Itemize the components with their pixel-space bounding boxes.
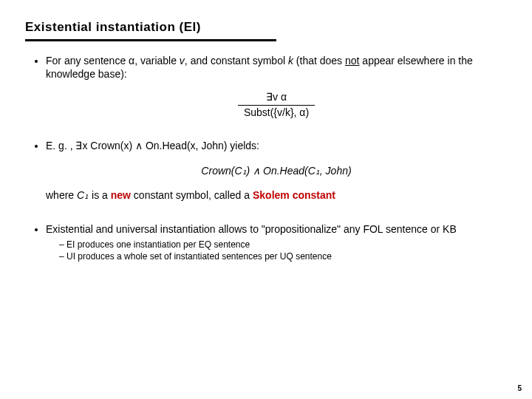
inference-rule-block: ∃v α Subst({v/k}, α): [46, 91, 507, 119]
example-conclusion: Crown(C₁) ∧ On.Head(C₁, John): [46, 165, 507, 178]
inference-rule: ∃v α Subst({v/k}, α): [238, 91, 315, 119]
where-skolem: Skolem constant: [253, 189, 335, 201]
bullet-definition: For any sentence α, variable v, and cons…: [46, 55, 507, 119]
slide: Existential instantiation (EI) For any s…: [0, 0, 532, 399]
example-where: where C₁ is a new constant symbol, calle…: [46, 189, 507, 202]
def-not: not: [345, 55, 359, 66]
where-mid: is a: [89, 189, 111, 201]
sub-ei: EI produces one instantiation per EQ sen…: [59, 239, 507, 250]
example-line: E. g. , ∃x Crown(x) ∧ On.Head(x, John) y…: [46, 140, 259, 151]
bullet-list: For any sentence α, variable v, and cons…: [25, 55, 507, 262]
bullet-propositionalize: Existential and universal instantiation …: [46, 223, 507, 263]
def-text-1: For any sentence α, variable: [46, 55, 180, 66]
def-text-3: (that does: [293, 55, 345, 66]
def-v: v: [180, 55, 185, 66]
where-pre: where: [46, 189, 77, 201]
sub-ui: UI produces a whole set of instantiated …: [59, 250, 507, 262]
def-k: k: [288, 55, 293, 66]
where-post1: constant symbol, called a: [131, 189, 253, 201]
rule-premise: ∃v α: [238, 91, 315, 105]
prop-line: Existential and universal instantiation …: [46, 223, 457, 235]
sub-list: EI produces one instantiation per EQ sen…: [46, 239, 507, 262]
title-divider: [25, 39, 276, 41]
where-new: new: [111, 189, 131, 201]
where-c1: C₁: [77, 189, 89, 201]
bullet-example: E. g. , ∃x Crown(x) ∧ On.Head(x, John) y…: [46, 140, 507, 202]
rule-conclusion: Subst({v/k}, α): [238, 105, 315, 120]
page-title: Existential instantiation (EI): [25, 19, 507, 35]
page-number: 5: [517, 384, 522, 394]
def-text-2: , and constant symbol: [185, 55, 288, 66]
